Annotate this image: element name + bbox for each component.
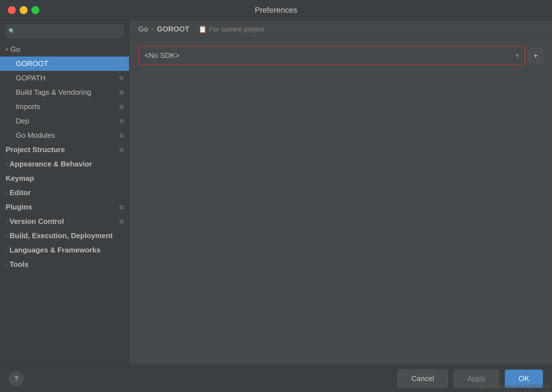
sidebar-item-dep[interactable]: Dep ⧉ — [0, 114, 129, 128]
sidebar-item-label: Version Control — [10, 217, 117, 226]
sidebar-item-plugins[interactable]: Plugins ⧉ — [0, 200, 129, 214]
question-icon: ? — [14, 374, 18, 383]
sidebar-item-label: GOPATH — [16, 74, 117, 82]
sidebar-item-label: Dep — [16, 117, 117, 125]
sidebar-item-keymap[interactable]: Keymap — [0, 171, 129, 186]
copy-icon: ⧉ — [119, 118, 123, 124]
copy-icon: ⧉ — [119, 75, 123, 81]
sidebar-item-label: Build, Execution, Deployment — [10, 231, 123, 240]
sidebar-item-gopath[interactable]: GOPATH ⧉ — [0, 71, 129, 85]
sidebar-item-editor[interactable]: › Editor — [0, 186, 129, 200]
sdk-value: <No SDK> — [144, 51, 179, 60]
search-icon: 🔍 — [8, 28, 15, 35]
panel-header: Go › GOROOT 📋 For current project — [129, 20, 552, 38]
copy-icon: ⧉ — [119, 147, 123, 153]
sidebar-item-label: Imports — [16, 102, 117, 111]
chevron-down-icon: ▾ — [516, 52, 519, 59]
copy-icon: ⧉ — [119, 103, 123, 110]
sidebar-item-goroot[interactable]: GOROOT ⧉ — [0, 57, 129, 71]
plus-icon: + — [533, 51, 538, 60]
sidebar-item-build-tags[interactable]: Build Tags & Vendoring ⧉ — [0, 85, 129, 100]
sidebar-item-go-modules[interactable]: Go Modules ⧉ — [0, 128, 129, 143]
sidebar-item-label: Go Modules — [16, 131, 117, 140]
chevron-right-icon: › — [6, 190, 7, 196]
chevron-right-icon: › — [6, 161, 7, 167]
copy-icon: ⧉ — [119, 60, 123, 67]
for-project-label: For current project — [209, 25, 264, 33]
breadcrumb: Go › GOROOT — [138, 25, 189, 33]
sidebar-item-label: Editor — [10, 188, 123, 197]
sidebar-tree: ▾ Go GOROOT ⧉ GOPATH ⧉ Build Tags & Vend… — [0, 42, 129, 361]
sidebar-item-project-structure[interactable]: Project Structure ⧉ — [0, 143, 129, 157]
close-button[interactable] — [8, 6, 16, 14]
sidebar-item-imports[interactable]: Imports ⧉ — [0, 100, 129, 114]
copy-icon: ⧉ — [119, 89, 123, 96]
sdk-add-button[interactable]: + — [528, 48, 543, 63]
search-box: 🔍 — [6, 25, 123, 38]
copy-icon: ⧉ — [119, 218, 123, 225]
window-title: Preferences — [255, 6, 297, 15]
sidebar-item-label: Languages & Frameworks — [10, 246, 123, 254]
maximize-button[interactable] — [31, 6, 39, 14]
window-controls — [8, 6, 39, 14]
sidebar-item-label: Project Structure — [6, 145, 117, 154]
chevron-right-icon: › — [6, 262, 7, 267]
sidebar-item-label: GOROOT — [16, 59, 117, 68]
minimize-button[interactable] — [20, 6, 28, 14]
main-content: 🔍 ▾ Go GOROOT ⧉ GOPATH ⧉ — [0, 20, 552, 365]
chevron-right-icon: › — [6, 247, 7, 253]
copy-icon: ⧉ — [119, 132, 123, 139]
breadcrumb-current: GOROOT — [157, 25, 189, 33]
main-panel: Go › GOROOT 📋 For current project <No SD… — [129, 20, 552, 365]
footer: ? Cancel Apply OK — [0, 365, 552, 392]
sdk-dropdown[interactable]: <No SDK> ▾ — [138, 46, 525, 65]
for-current-project: 📋 For current project — [198, 25, 264, 33]
sidebar-item-appearance-behavior[interactable]: › Appearance & Behavior — [0, 157, 129, 171]
watermark: https://blog.csdn.net/u010927340 — [475, 384, 550, 390]
copy-icon: ⧉ — [119, 204, 123, 210]
panel-body: <No SDK> ▾ + — [129, 38, 552, 365]
sdk-row: <No SDK> ▾ + — [138, 46, 543, 65]
breadcrumb-parent: Go — [138, 25, 148, 33]
sidebar: 🔍 ▾ Go GOROOT ⧉ GOPATH ⧉ — [0, 20, 129, 365]
sidebar-item-label: Tools — [10, 260, 123, 269]
sidebar-item-label: Go — [10, 45, 123, 54]
preferences-window: Preferences 🔍 ▾ Go GOROOT ⧉ — [0, 0, 552, 392]
search-input[interactable] — [6, 25, 123, 38]
project-icon: 📋 — [198, 25, 207, 33]
chevron-right-icon: › — [6, 233, 7, 239]
sidebar-item-build-execution[interactable]: › Build, Execution, Deployment — [0, 229, 129, 243]
help-button[interactable]: ? — [9, 371, 24, 386]
sidebar-item-version-control[interactable]: › Version Control ⧉ — [0, 214, 129, 229]
sidebar-item-label: Build Tags & Vendoring — [16, 88, 117, 97]
sidebar-item-languages-frameworks[interactable]: › Languages & Frameworks — [0, 243, 129, 257]
sidebar-item-go[interactable]: ▾ Go — [0, 42, 129, 57]
sidebar-item-label: Keymap — [6, 174, 123, 183]
cancel-button[interactable]: Cancel — [397, 370, 448, 388]
chevron-down-icon: ▾ — [6, 46, 8, 53]
sidebar-item-label: Plugins — [6, 203, 117, 211]
sidebar-item-label: Appearance & Behavior — [10, 160, 123, 168]
title-bar: Preferences — [0, 0, 552, 20]
sidebar-item-tools[interactable]: › Tools — [0, 257, 129, 272]
breadcrumb-separator: › — [151, 26, 153, 33]
chevron-right-icon: › — [6, 218, 7, 224]
